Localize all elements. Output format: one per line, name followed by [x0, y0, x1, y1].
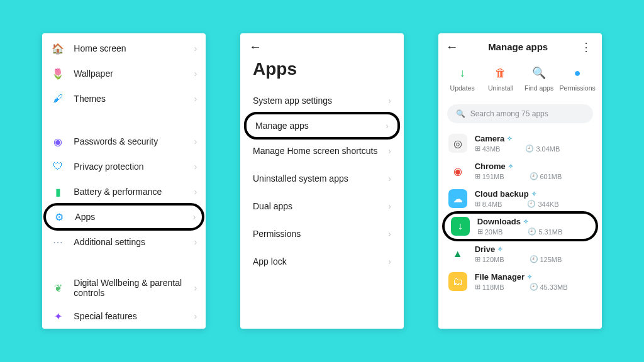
action-bar: ↓ Updates 🗑 Uninstall 🔍 Find apps ● Perm… [438, 59, 602, 101]
row-label: Dual apps [253, 201, 292, 211]
chevron-right-icon: › [388, 201, 391, 211]
section-gap [42, 255, 206, 272]
app-row-downloads[interactable]: ↓ Downloads✧ ⊞20MB 🕘5.31MB [445, 214, 596, 239]
chevron-right-icon: › [194, 311, 197, 321]
downloads-icon: ↓ [451, 217, 470, 236]
app-meta: ⊞ 8.4MB 🕘 344KB [475, 200, 592, 208]
app-row-chrome[interactable]: ◉ Chrome ✧ ⊞ 191MB 🕘 601MB [438, 157, 602, 185]
action-updates[interactable]: ↓ Updates [445, 65, 480, 92]
highlight-manage-apps: Manage apps › [244, 112, 400, 140]
apps-row-post2[interactable]: Dual apps › [240, 192, 404, 220]
settings-screen: 🏠 Home screen › 🌷 Wallpaper › 🖌 Themes ›… [42, 33, 206, 329]
a1-icon: 🌷 [51, 67, 65, 80]
action-permissions[interactable]: ● Permissions [560, 65, 595, 92]
row-label: Themes [74, 94, 194, 104]
action-label: Find apps [525, 84, 553, 92]
storage-icon: ⊞ [475, 200, 480, 208]
header: ← [240, 33, 404, 55]
c1-icon: ✦ [51, 309, 65, 323]
storage-icon: ⊞ [475, 145, 480, 153]
chevron-right-icon: › [388, 256, 391, 266]
action-uninstall[interactable]: 🗑 Uninstall [483, 65, 518, 92]
app-name: Downloads✧ [477, 217, 589, 226]
row-label: Battery & performance [74, 187, 194, 197]
row-label: Digital Wellbeing & parental controls [74, 278, 194, 298]
page-title: Apps [240, 55, 404, 87]
clock-icon: 🕘 [528, 228, 536, 236]
row-label: Manage apps [255, 121, 309, 131]
row-label: Privacy protection [74, 162, 194, 172]
apps-row-post3[interactable]: Permissions › [240, 220, 404, 248]
more-icon[interactable]: ⋮ [578, 40, 594, 54]
storage-icon: ⊞ [475, 255, 480, 263]
find apps-icon: 🔍 [531, 65, 547, 80]
row-label: Special features [74, 311, 194, 321]
app-name: File Manager ✧ [475, 272, 592, 282]
clock-icon: 🕘 [530, 283, 538, 291]
apps-row-post4[interactable]: App lock › [240, 248, 404, 275]
app-meta: ⊞ 43MB 🕘 3.04MB [475, 145, 592, 153]
search-input[interactable]: 🔍 Search among 75 apps [447, 104, 593, 123]
action-label: Updates [450, 84, 475, 92]
app-row-file manager[interactable]: 🗂 File Manager ✧ ⊞ 118MB 🕘 45.33MB [438, 268, 602, 295]
row-label: Apps [75, 212, 192, 222]
drive-icon: ▲ [448, 244, 467, 263]
apps-row-manage-apps[interactable]: Manage apps › [247, 114, 397, 137]
back-arrow-icon[interactable]: ← [446, 40, 458, 54]
app-row-drive[interactable]: ▲ Drive ✧ ⊞ 120MB 🕘 125MB [438, 240, 602, 268]
search-icon: 🔍 [456, 109, 465, 118]
chevron-right-icon: › [194, 94, 197, 104]
app-meta: ⊞20MB 🕘5.31MB [477, 228, 589, 236]
clock-icon: 🕘 [525, 145, 534, 153]
uninstall-icon: 🗑 [493, 65, 508, 80]
b1-icon: 🛡 [51, 160, 65, 173]
permissions-icon: ● [570, 65, 585, 80]
chevron-right-icon: › [388, 229, 391, 239]
chevron-right-icon: › [193, 212, 196, 222]
row-label: Wallpaper [74, 69, 194, 79]
apps-row-pre0[interactable]: System app settings › [240, 87, 404, 114]
app-meta: ⊞ 118MB 🕘 45.33MB [475, 283, 592, 291]
apps-row-post0[interactable]: Manage Home screen shortcuts › [240, 137, 404, 165]
clock-icon: 🕘 [527, 200, 536, 208]
settings-row-a2[interactable]: 🖌 Themes › [42, 86, 206, 111]
chevron-right-icon: › [194, 283, 197, 293]
chevron-right-icon: › [194, 43, 197, 53]
additional-icon: ⋯ [51, 235, 65, 249]
chevron-right-icon: › [388, 96, 391, 106]
app-name: Camera ✧ [475, 134, 592, 143]
storage-icon: ⊞ [475, 172, 480, 180]
settings-row-a0[interactable]: 🏠 Home screen › [42, 36, 206, 61]
settings-row-additional[interactable]: ⋯ Additional settings › [42, 229, 206, 255]
apps-row-post1[interactable]: Uninstalled system apps › [240, 165, 404, 192]
chevron-right-icon: › [386, 121, 389, 131]
row-label: Manage Home screen shortcuts [253, 146, 377, 156]
clock-icon: 🕘 [530, 255, 538, 263]
chevron-right-icon: › [194, 237, 197, 247]
settings-row-b0[interactable]: ◉ Passwords & security › [42, 129, 206, 154]
back-arrow-icon[interactable]: ← [249, 40, 262, 54]
row-label: Passwords & security [74, 136, 194, 146]
cloud backup-icon: ☁ [448, 189, 467, 208]
page-title: Manage apps [458, 41, 578, 52]
app-meta: ⊞ 120MB 🕘 125MB [475, 255, 592, 263]
settings-row-a1[interactable]: 🌷 Wallpaper › [42, 61, 206, 86]
updates-icon: ↓ [455, 65, 470, 80]
row-label: System app settings [253, 96, 332, 106]
app-body: Camera ✧ ⊞ 43MB 🕘 3.04MB [475, 134, 592, 153]
settings-row-apps[interactable]: ⚙ Apps › [46, 206, 202, 228]
action-find apps[interactable]: 🔍 Find apps [521, 65, 557, 92]
b2-icon: ▮ [51, 185, 65, 199]
settings-row-b2[interactable]: ▮ Battery & performance › [42, 179, 206, 204]
app-body: Cloud backup ✧ ⊞ 8.4MB 🕘 344KB [475, 189, 592, 208]
app-row-camera[interactable]: ◎ Camera ✧ ⊞ 43MB 🕘 3.04MB [438, 129, 602, 157]
storage-icon: ⊞ [475, 283, 480, 291]
settings-row-b1[interactable]: 🛡 Privacy protection › [42, 154, 206, 179]
settings-row-c0[interactable]: ❦ Digital Wellbeing & parental controls … [42, 272, 206, 304]
chevron-right-icon: › [194, 69, 197, 79]
app-name: Drive ✧ [475, 244, 592, 254]
app-meta: ⊞ 191MB 🕘 601MB [475, 172, 592, 180]
app-row-cloud backup[interactable]: ☁ Cloud backup ✧ ⊞ 8.4MB 🕘 344KB [438, 185, 602, 212]
app-name: Chrome ✧ [475, 162, 592, 171]
settings-row-c1[interactable]: ✦ Special features › [42, 304, 206, 329]
